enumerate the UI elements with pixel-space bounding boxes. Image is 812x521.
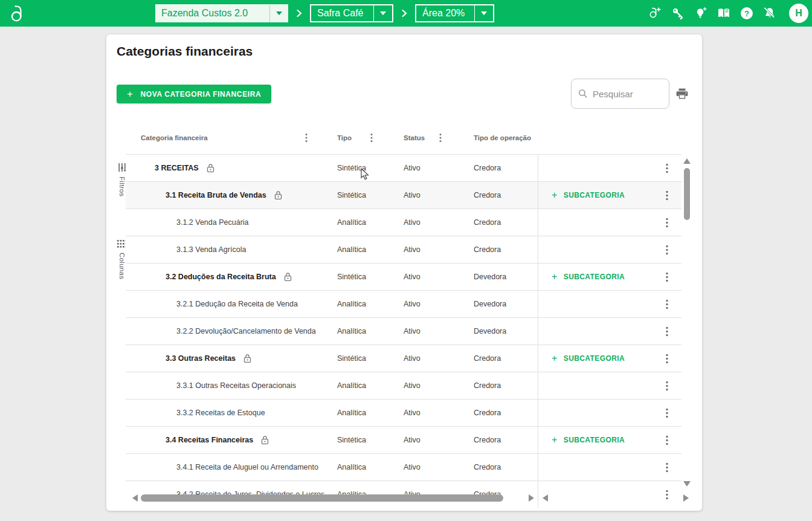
notifications-off-icon[interactable] xyxy=(762,6,777,21)
category-type: Analítica xyxy=(337,218,366,227)
search-box xyxy=(571,79,669,109)
help-icon[interactable]: ? xyxy=(740,6,754,21)
table-row[interactable]: 3.1 Receita Bruta de Vendas Sintética At… xyxy=(126,181,682,209)
table-row[interactable]: 3.2.1 Dedução da Receita de Venda Analít… xyxy=(126,290,682,317)
top-actions: ? H xyxy=(648,0,808,27)
row-menu-button[interactable] xyxy=(665,189,669,202)
category-name: 3.2.2 Devolução/Cancelamento de Venda xyxy=(176,327,316,335)
row-menu-button[interactable] xyxy=(665,352,669,365)
category-status: Ativo xyxy=(404,436,420,444)
app-logo-icon[interactable] xyxy=(8,4,28,23)
row-menu-button[interactable] xyxy=(665,298,669,311)
operation-type: Credora xyxy=(474,164,501,172)
table-row[interactable]: 3.1.3 Venda Agrícola Analítica Ativo Cre… xyxy=(126,236,682,263)
hscroll-right-arrow[interactable] xyxy=(529,494,534,502)
kebab-icon xyxy=(666,190,668,201)
row-menu-button[interactable] xyxy=(665,216,669,229)
chevron-right-icon xyxy=(401,9,407,18)
row-menu-button[interactable] xyxy=(665,488,669,501)
key-icon[interactable] xyxy=(671,6,685,21)
category-type: Analítica xyxy=(337,381,366,390)
row-menu-button[interactable] xyxy=(665,271,669,283)
invite-icon[interactable] xyxy=(648,6,662,21)
vscroll-thumb[interactable] xyxy=(684,168,690,220)
row-menu-button[interactable] xyxy=(665,407,669,419)
chevron-right-icon xyxy=(296,9,302,18)
chevron-down-icon[interactable] xyxy=(374,4,392,22)
knowledge-book-icon[interactable] xyxy=(717,6,731,21)
print-button[interactable] xyxy=(675,86,689,101)
operation-type: Devedora xyxy=(474,273,506,281)
category-name: 3.3.2 Receitas de Estoque xyxy=(176,409,265,417)
add-subcategory-button[interactable]: + SUBCATEGORIA xyxy=(552,271,625,282)
table-row[interactable]: 3.3 Outras Receitas Sintética Ativo Cred… xyxy=(126,345,682,372)
category-type: Analítica xyxy=(337,245,366,254)
category-name: 3.1.3 Venda Agrícola xyxy=(176,245,246,254)
table-row[interactable]: 3.2 Deduções da Receita Bruta Sintética … xyxy=(126,263,682,290)
kebab-icon xyxy=(666,435,668,445)
farm-selector[interactable]: Fazenda Custos 2.0 xyxy=(155,4,288,22)
table-row[interactable]: 3.2.2 Devolução/Cancelamento de Venda An… xyxy=(126,317,682,345)
category-status: Ativo xyxy=(404,245,420,254)
lock-icon xyxy=(284,272,292,282)
category-type: Sintética xyxy=(337,273,366,281)
category-type: Analítica xyxy=(337,327,366,335)
row-menu-button[interactable] xyxy=(665,325,669,338)
lock-icon xyxy=(207,163,214,173)
search-icon xyxy=(578,88,588,99)
table-row[interactable]: 3.3.1 Outras Receitas Operacionais Analí… xyxy=(126,372,682,399)
row-menu-button[interactable] xyxy=(665,244,669,256)
actions-hscroll-left-arrow[interactable] xyxy=(543,494,548,502)
chevron-down-icon[interactable] xyxy=(475,4,493,22)
operation-type: Credora xyxy=(474,354,501,363)
add-subcategory-button[interactable]: + SUBCATEGORIA xyxy=(552,353,625,364)
hscroll-thumb[interactable] xyxy=(141,494,503,502)
column-menu-icon[interactable] xyxy=(305,133,308,143)
column-header-operacao[interactable]: Tipo de operação xyxy=(474,134,531,141)
row-menu-button[interactable] xyxy=(665,434,669,447)
ideas-icon[interactable] xyxy=(694,6,708,21)
table-row[interactable]: 3.3.2 Receitas de Estoque Analítica Ativ… xyxy=(126,399,682,426)
category-status: Ativo xyxy=(404,273,420,281)
chevron-down-icon[interactable] xyxy=(270,4,288,22)
category-name: 3.1.2 Venda Pecuária xyxy=(176,218,249,227)
add-subcategory-button[interactable]: + SUBCATEGORIA xyxy=(552,190,625,201)
column-header-tipo[interactable]: Tipo xyxy=(337,134,352,141)
table-body: 3 RECEITAS Sintética Ativo Credora 3.1 R… xyxy=(126,154,682,508)
avatar[interactable]: H xyxy=(789,4,808,23)
vscroll-down-arrow[interactable] xyxy=(683,481,691,487)
plus-icon: + xyxy=(552,435,558,445)
table-row[interactable]: 3.4 Receitas Financeiras Sintética Ativo… xyxy=(126,426,682,453)
farm-selector-label: Fazenda Custos 2.0 xyxy=(155,8,254,19)
breadcrumb: Fazenda Custos 2.0 Safra Café Área 20% xyxy=(155,4,494,22)
column-menu-icon[interactable] xyxy=(439,133,442,143)
operation-type: Credora xyxy=(474,436,501,444)
search-input[interactable] xyxy=(593,89,659,99)
actions-hscroll-right-arrow[interactable] xyxy=(683,494,689,502)
row-menu-button[interactable] xyxy=(665,380,669,392)
add-subcategory-label: SUBCATEGORIA xyxy=(564,436,625,444)
column-header-status[interactable]: Status xyxy=(404,134,425,141)
column-menu-icon[interactable] xyxy=(370,133,373,143)
category-name: 3.3.1 Outras Receitas Operacionais xyxy=(176,381,296,390)
table-row[interactable]: 3.4.1 Receita de Aluguel ou Arrendamento… xyxy=(126,453,682,481)
area-selector[interactable]: Área 20% xyxy=(415,4,494,22)
row-menu-button[interactable] xyxy=(665,162,669,175)
table-row[interactable]: 3.1.2 Venda Pecuária Analítica Ativo Cre… xyxy=(126,209,682,236)
operation-type: Credora xyxy=(474,191,501,199)
season-selector[interactable]: Safra Café xyxy=(310,4,393,22)
operation-type: Credora xyxy=(474,245,501,254)
category-type: Sintética xyxy=(337,354,366,363)
row-menu-button[interactable] xyxy=(665,461,669,474)
plus-icon: + xyxy=(552,271,558,282)
operation-type: Credora xyxy=(474,409,501,417)
vscroll-up-arrow[interactable] xyxy=(683,158,691,164)
hscroll-left-arrow[interactable] xyxy=(132,494,138,502)
column-header-categoria[interactable]: Categoria financeira xyxy=(141,134,208,141)
kebab-icon xyxy=(666,272,668,282)
table-row[interactable]: 3 RECEITAS Sintética Ativo Credora xyxy=(126,154,682,181)
add-subcategory-button[interactable]: + SUBCATEGORIA xyxy=(552,435,625,445)
new-financial-category-button[interactable]: + NOVA CATEGORIA FINANCEIRA xyxy=(117,85,271,103)
category-status: Ativo xyxy=(404,354,420,363)
plus-icon: + xyxy=(552,353,558,364)
